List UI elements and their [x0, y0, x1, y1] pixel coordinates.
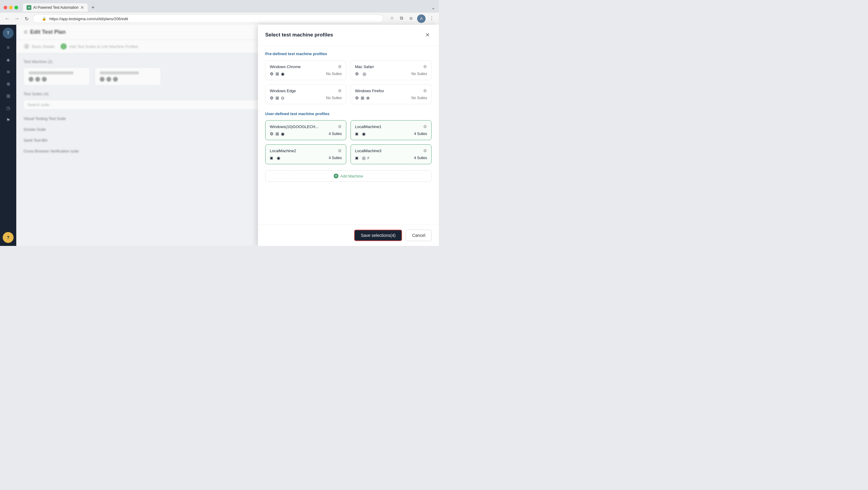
user-gear-icon-1[interactable]: ⚙: [423, 124, 427, 129]
chrome-icon-0: ◉: [281, 71, 284, 76]
tab-close-button[interactable]: ✕: [81, 5, 84, 10]
profile-icons-row-3: ⚙ ⊞ ⊛ No Suites: [355, 95, 427, 100]
minimize-window-button[interactable]: [9, 6, 13, 9]
traffic-lights: [4, 6, 18, 9]
back-button[interactable]: ←: [4, 16, 11, 21]
sidebar-toggle-button[interactable]: ⧈: [407, 14, 415, 22]
avatar: T: [3, 28, 13, 38]
user-profile-card-2[interactable]: LocalMachine2 ⚙ ▣ ◉ 4 Suites: [265, 144, 346, 164]
active-tab[interactable]: ✦ AI Powered Test Automation ✕: [23, 3, 88, 12]
user-profile-suites-0: 4 Suites: [329, 132, 342, 136]
settings-icon-1: ⚙: [355, 71, 359, 76]
profile-card-windows-firefox[interactable]: Windows Firefox ⚙ ⚙ ⊞ ⊛ No Suites: [350, 84, 432, 104]
close-window-button[interactable]: [4, 6, 7, 9]
sidebar-item-flag[interactable]: ⚑: [3, 115, 13, 125]
user-profile-card-header-1: LocalMachine1 ⚙: [355, 124, 427, 129]
profile-icons-row-0: ⚙ ⊞ ◉ No Suites: [270, 71, 342, 76]
user-monitor-icon-3: ▣: [355, 156, 358, 160]
bg-step-basic: 1 Basic Details: [24, 43, 55, 50]
user-profile-card-header-2: LocalMachine2 ⚙: [270, 148, 342, 153]
modal-header: Select test machine profiles ✕: [258, 25, 439, 45]
sidebar-item-create[interactable]: ⊕: [3, 78, 13, 89]
edge-icon-2: ⊙: [281, 95, 284, 100]
bookmark-button[interactable]: ☆: [388, 14, 396, 22]
extensions-button[interactable]: ⧉: [398, 14, 405, 22]
help-button[interactable]: ?: [3, 232, 13, 243]
sidebar-item-dashboard[interactable]: ◈: [3, 54, 13, 65]
profile-card-header-3: Windows Firefox ⚙: [355, 88, 427, 93]
user-windows-icon-0: ⊞: [276, 131, 279, 136]
tab-bar: ✦ AI Powered Test Automation ✕ + ⌄: [0, 0, 439, 13]
user-profile-suites-1: 4 Suites: [414, 132, 427, 136]
user-monitor-icon-2: ▣: [270, 156, 273, 160]
maximize-window-button[interactable]: [14, 6, 18, 9]
settings-icon-3: ⚙: [355, 95, 359, 100]
user-block-icon-3: ◎: [362, 155, 366, 160]
refresh-button[interactable]: ↻: [23, 16, 30, 22]
modal-footer: Save selections(4) Cancel: [258, 224, 439, 246]
modal-panel: Select test machine profiles ✕ Pre-defin…: [258, 25, 439, 246]
profile-card-windows-edge[interactable]: Windows Edge ⚙ ⚙ ⊞ ⊙ No Suites: [265, 84, 346, 104]
user-profile-suites-3: 4 Suites: [414, 156, 427, 160]
app-area: T ≡ ◈ ≋ ⊕ ⊞ ◷ ⚑ ? ⚙ Edit Test Plan 1 Bas…: [0, 25, 439, 246]
firefox-icon-3: ⊛: [366, 95, 370, 100]
user-profile-icons-row-0: ⚙ ⊞ ◉ 4 Suites: [270, 131, 342, 136]
sidebar-item-tests[interactable]: ≋: [3, 66, 13, 77]
user-gear-icon-3[interactable]: ⚙: [423, 148, 427, 153]
cancel-button[interactable]: Cancel: [406, 229, 432, 241]
address-bar[interactable]: 🔒 https://app.testsigma.com/ui/td/plans/…: [33, 14, 383, 23]
tab-favicon: ✦: [27, 5, 31, 10]
modal-title: Select test machine profiles: [265, 32, 333, 38]
user-defined-profiles-grid: Windows(10)GOOGLECH... ⚙ ⚙ ⊞ ◉ 4 Suites …: [265, 120, 432, 164]
settings-icon-2: ⚙: [270, 95, 274, 100]
add-machine-button[interactable]: + Add Machine: [265, 170, 432, 182]
sidebar-item-history[interactable]: ◷: [3, 102, 13, 113]
user-profile-name-3: LocalMachine3: [355, 149, 381, 153]
modal-close-button[interactable]: ✕: [423, 31, 432, 39]
menu-button[interactable]: ⋮: [428, 14, 435, 22]
step-dot-1: 1: [24, 43, 30, 50]
browser-chrome: ✦ AI Powered Test Automation ✕ + ⌄ ← → ↻…: [0, 0, 439, 25]
user-gear-icon-2[interactable]: ⚙: [338, 148, 342, 153]
tab-title: AI Powered Test Automation: [33, 5, 79, 10]
browser-actions: ☆ ⧉ ⧈ A ⋮: [388, 14, 435, 23]
windows-icon-2: ⊞: [276, 95, 279, 100]
user-profile-card-3[interactable]: LocalMachine3 ⚙ ▣ ◎ // 4 Suites: [350, 144, 432, 164]
sidebar-item-menu[interactable]: ≡: [3, 42, 13, 53]
user-defined-heading: User-defined test machine profiles: [265, 112, 432, 116]
user-profile-name-2: LocalMachine2: [270, 149, 296, 153]
profile-card-header-1: Mac Safari ⚙: [355, 64, 427, 69]
profile-card-mac-safari[interactable]: Mac Safari ⚙ ⚙ ◎ No Suites: [350, 60, 432, 80]
tab-overflow-button[interactable]: ⌄: [431, 5, 435, 10]
sidebar-item-grid[interactable]: ⊞: [3, 90, 13, 101]
step-label-1: Basic Details: [32, 44, 55, 49]
user-profile-name-1: LocalMachine1: [355, 124, 381, 129]
step-label-2: Add Test Suites & Link Machine Profiles: [69, 44, 138, 49]
user-monitor-icon-1: ▣: [355, 132, 358, 136]
gear-icon-1[interactable]: ⚙: [423, 64, 427, 69]
profile-suites-2: No Suites: [326, 96, 342, 100]
profile-name-3: Windows Firefox: [355, 89, 384, 93]
save-selections-button[interactable]: Save selections(4): [354, 229, 402, 241]
profile-card-windows-chrome[interactable]: Windows Chrome ⚙ ⚙ ⊞ ◉ No Suites: [265, 60, 346, 80]
user-profile-card-0[interactable]: Windows(10)GOOGLECH... ⚙ ⚙ ⊞ ◉ 4 Suites: [265, 120, 346, 140]
bg-step-suites: 2 Add Test Suites & Link Machine Profile…: [61, 43, 138, 50]
gear-icon-3[interactable]: ⚙: [423, 88, 427, 93]
user-gear-icon-0[interactable]: ⚙: [338, 124, 342, 129]
page-title: Edit Test Plan: [30, 29, 66, 35]
modal-body: Pre-defined test machine profiles Window…: [258, 45, 439, 224]
windows-icon-3: ⊞: [361, 95, 364, 100]
new-tab-button[interactable]: +: [89, 3, 97, 12]
gear-icon-0[interactable]: ⚙: [338, 64, 342, 69]
profile-button[interactable]: A: [417, 14, 426, 23]
user-profile-card-1[interactable]: LocalMachine1 ⚙ ▣ ◉ 4 Suites: [350, 120, 432, 140]
settings-icon-0: ⚙: [270, 71, 274, 76]
lock-icon: 🔒: [42, 17, 46, 21]
user-chrome-icon-2: ◉: [277, 155, 280, 160]
profile-icons-row-1: ⚙ ◎ No Suites: [355, 71, 427, 76]
forward-button[interactable]: →: [13, 16, 21, 21]
gear-icon-2[interactable]: ⚙: [338, 88, 342, 93]
user-profile-suites-2: 4 Suites: [329, 156, 342, 160]
profile-card-header-0: Windows Chrome ⚙: [270, 64, 342, 69]
profile-name-2: Windows Edge: [270, 89, 296, 93]
